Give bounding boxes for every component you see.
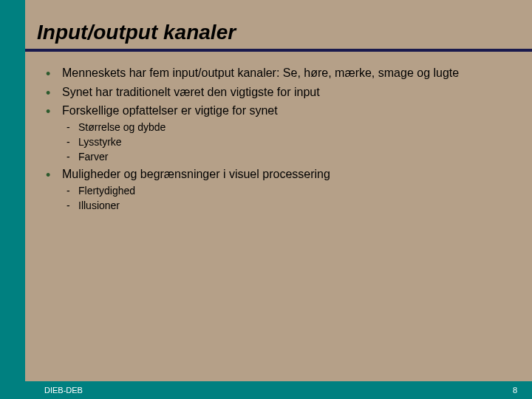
bullet-item: Forskellige opfattelser er vigtige for s… bbox=[46, 103, 517, 163]
bullet-item: Menneskets har fem input/output kanaler:… bbox=[46, 65, 517, 81]
bullet-text: Muligheder og begrænsninger i visuel pro… bbox=[62, 168, 330, 180]
bullet-text: Forskellige opfattelser er vigtige for s… bbox=[62, 104, 278, 117]
sub-bullet-item: Illusioner bbox=[62, 199, 517, 213]
sub-bullet-item: Lysstyrke bbox=[62, 135, 517, 149]
slide-title: Input/output kanaler bbox=[25, 21, 532, 52]
bullet-item: Synet har traditionelt været den vigtigs… bbox=[46, 84, 517, 100]
footer-left: DIEB-DEB bbox=[44, 386, 83, 395]
bullet-item: Muligheder og begrænsninger i visuel pro… bbox=[46, 166, 517, 212]
sub-bullet-item: Størrelse og dybde bbox=[62, 120, 517, 134]
slide-body: Menneskets har fem input/output kanaler:… bbox=[25, 52, 532, 213]
sub-bullet-item: Farver bbox=[62, 150, 517, 164]
bullet-text: Synet har traditionelt været den vigtigs… bbox=[62, 86, 320, 98]
slide-content: Input/output kanaler Menneskets har fem … bbox=[25, 0, 532, 399]
page-number: 8 bbox=[513, 386, 517, 395]
sub-bullet-item: Flertydighed bbox=[62, 184, 517, 198]
bullet-text: Menneskets har fem input/output kanaler:… bbox=[62, 66, 459, 79]
accent-sidebar bbox=[0, 0, 25, 399]
footer-bar: DIEB-DEB 8 bbox=[0, 381, 532, 399]
